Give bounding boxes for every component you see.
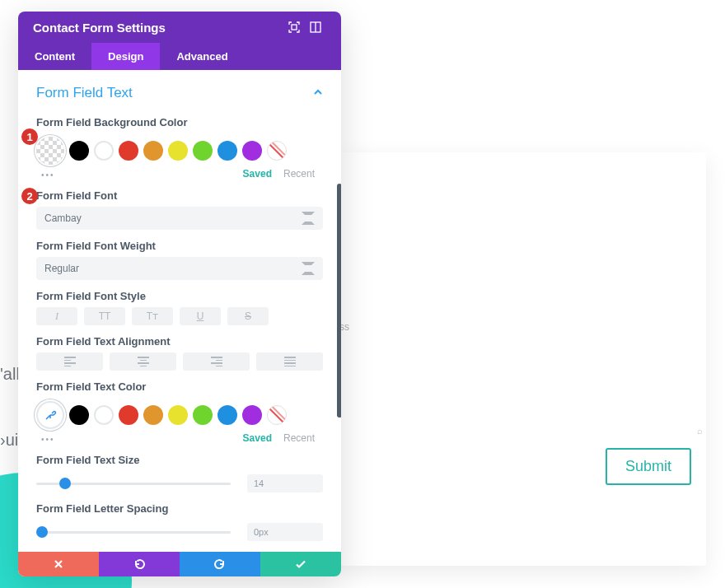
chevron-up-icon [313, 85, 323, 101]
font-select-value: Cambay [44, 212, 82, 224]
smallcaps-button[interactable]: Tᴛ [132, 307, 173, 325]
swatch-none[interactable] [267, 405, 287, 425]
swatch-orange[interactable] [143, 405, 163, 425]
swatch-red[interactable] [119, 141, 138, 161]
color-tab-saved[interactable]: Saved [243, 168, 272, 180]
more-colors-button[interactable]: ••• [18, 430, 55, 444]
strikethrough-icon: S [245, 310, 251, 322]
text-size-slider[interactable] [36, 483, 231, 485]
slider-knob[interactable] [59, 478, 71, 489]
annotation-badge-2: 2 [21, 188, 38, 204]
align-center-icon [138, 357, 149, 366]
text-align-group [18, 352, 341, 371]
font-weight-value: Regular [44, 263, 79, 274]
swatch-yellow[interactable] [168, 141, 188, 161]
tab-design[interactable]: Design [91, 43, 160, 70]
font-select[interactable]: Cambay [36, 207, 323, 230]
align-right-icon [211, 357, 222, 366]
italic-button[interactable]: I [36, 307, 77, 325]
swatch-black[interactable] [69, 405, 89, 425]
swatch-purple[interactable] [242, 141, 262, 161]
label-letter-spacing: Form Field Letter Spacing [18, 492, 341, 520]
undo-button[interactable] [99, 552, 180, 576]
align-right-button[interactable] [183, 352, 250, 371]
tab-content[interactable]: Content [18, 43, 91, 70]
label-bg-color: Form Field Background Color [18, 106, 341, 133]
panel-header[interactable]: Contact Form Settings [18, 12, 341, 43]
font-style-group: I TT Tᴛ U S [18, 307, 341, 325]
text-color-swatches [18, 398, 341, 429]
swatch-transparent[interactable] [36, 137, 64, 165]
underline-button[interactable]: U [180, 307, 221, 325]
annotation-badge-1: 1 [21, 128, 38, 145]
eyedropper-button[interactable] [36, 401, 64, 429]
swatch-orange[interactable] [143, 141, 163, 161]
letter-spacing-slider[interactable] [36, 531, 231, 534]
align-left-icon [64, 357, 76, 366]
smallcaps-icon: Tᴛ [147, 310, 158, 322]
swatch-white[interactable] [94, 405, 114, 425]
swatch-yellow[interactable] [168, 405, 188, 425]
swatch-none[interactable] [267, 141, 287, 161]
label-text-size: Form Field Text Size [18, 444, 341, 471]
panel-body: Form Field Text Form Field Background Co… [18, 70, 341, 552]
snap-icon[interactable] [305, 16, 326, 38]
bg-color-swatches [18, 133, 341, 165]
svg-rect-0 [292, 25, 297, 30]
underline-icon: U [197, 310, 204, 322]
swatch-green[interactable] [193, 141, 213, 161]
uppercase-button[interactable]: TT [84, 307, 125, 325]
slider-knob[interactable] [36, 526, 48, 538]
label-font-style: Form Field Font Style [18, 280, 341, 307]
swatch-blue[interactable] [218, 141, 237, 161]
confirm-button[interactable] [260, 552, 341, 576]
align-justify-icon [284, 357, 296, 366]
letter-spacing-value[interactable]: 0px [247, 523, 323, 541]
panel-footer [18, 552, 341, 576]
align-justify-button[interactable] [256, 352, 323, 371]
tab-bar: Content Design Advanced [18, 43, 341, 70]
swatch-purple[interactable] [242, 405, 262, 425]
swatch-green[interactable] [193, 405, 213, 425]
align-center-button[interactable] [110, 352, 176, 371]
font-weight-select[interactable]: Regular [36, 257, 323, 280]
redo-button[interactable] [180, 552, 260, 576]
label-text-color: Form Field Text Color [18, 371, 341, 398]
more-colors-button[interactable]: ••• [18, 166, 55, 180]
submit-button[interactable]: Submit [606, 448, 691, 485]
text-size-value[interactable]: 14 [247, 474, 323, 492]
settings-panel: Contact Form Settings Content Design Adv… [18, 12, 341, 576]
italic-icon: I [55, 310, 58, 323]
cancel-button[interactable] [18, 552, 99, 576]
label-font-weight: Form Field Font Weight [18, 230, 341, 257]
uppercase-icon: TT [99, 310, 111, 322]
swatch-red[interactable] [119, 405, 138, 425]
panel-title: Contact Form Settings [33, 21, 166, 35]
color-tab-saved[interactable]: Saved [243, 432, 272, 444]
label-font: Form Field Font [18, 180, 341, 207]
swatch-black[interactable] [69, 141, 89, 161]
label-line-height: Form Field Line Height [18, 541, 341, 552]
color-tab-recent[interactable]: Recent [283, 432, 315, 444]
strikethrough-button[interactable]: S [227, 307, 269, 325]
tab-advanced[interactable]: Advanced [160, 43, 244, 70]
swatch-white[interactable] [94, 141, 114, 161]
section-toggle[interactable]: Form Field Text [18, 70, 341, 106]
textarea-resize-grip[interactable]: ⌕ [697, 426, 703, 436]
color-tab-recent[interactable]: Recent [283, 168, 315, 180]
swatch-blue[interactable] [218, 405, 237, 425]
scrollbar[interactable] [337, 184, 341, 418]
form-preview-card: ⌕ Submit [341, 152, 706, 566]
section-title: Form Field Text [36, 85, 133, 101]
align-left-button[interactable] [36, 352, 103, 371]
label-text-align: Form Field Text Alignment [18, 325, 341, 352]
expand-icon[interactable] [283, 16, 305, 38]
